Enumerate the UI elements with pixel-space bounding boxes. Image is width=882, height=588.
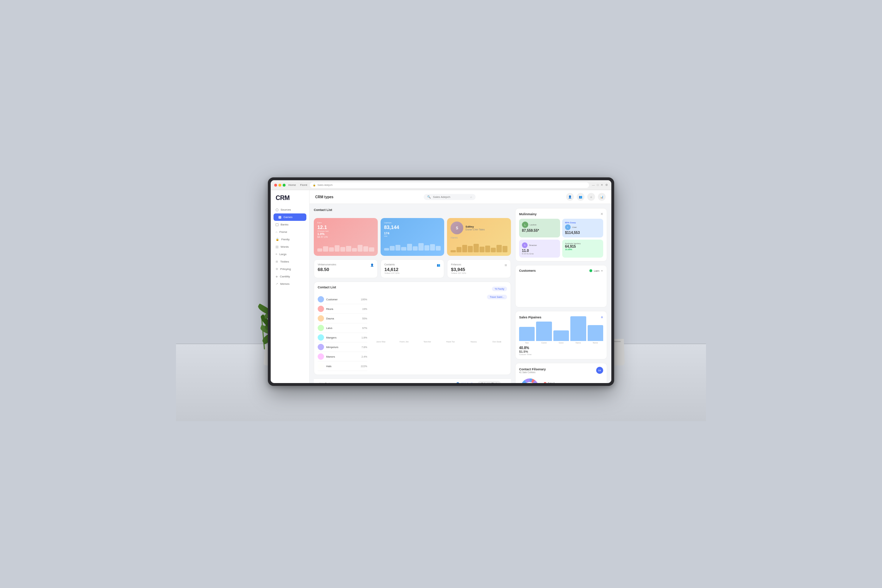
- address-bar-text: Sales Adepch: [317, 184, 333, 186]
- stat-earn-subvalue: 1.0%: [317, 232, 374, 236]
- lbar-10: [436, 246, 441, 251]
- multimainy-widget: Mulinmainy ✕ L Lactive: [515, 208, 607, 261]
- sidebar-item-memes[interactable]: ↗ Memes: [271, 280, 309, 288]
- lactive-label: Lactive: [530, 224, 536, 226]
- browser-controls: — □ ✕ ⚙: [592, 183, 608, 187]
- cantility-icon: ◈: [276, 275, 278, 278]
- contact-row-pct: 97%: [357, 327, 367, 329]
- customers-filter[interactable]: Laen ▼: [590, 269, 603, 272]
- lbar-2: [390, 246, 395, 251]
- sidebar-item-sources[interactable]: Sources: [271, 206, 309, 213]
- contact-person-name: Sdlley: [465, 225, 484, 228]
- list-item: Dauna 55%: [318, 314, 367, 323]
- vintam-icon: 👤: [370, 264, 374, 267]
- tab-fiomt[interactable]: Fiomt: [300, 183, 307, 187]
- lactive-value: 87,559.55*: [522, 229, 557, 232]
- list-item: Customer 195%: [318, 295, 367, 304]
- firfances-sub: Yollest 137.32%: [451, 272, 507, 274]
- contact-list-title: Contact List: [318, 285, 336, 289]
- sidebar-item-words[interactable]: Words: [271, 243, 309, 250]
- sidebar-item-fisme[interactable]: ⌂ Fisme: [271, 228, 309, 236]
- summary-avolucts: Avolucts Irectory 64,915 15.98%: [562, 240, 603, 258]
- search-input[interactable]: [433, 195, 468, 199]
- browser-tabs: Home Fiomt: [288, 183, 307, 187]
- contact-summary-titles: Contact Filsenary 41 Sale Cohlors: [519, 368, 546, 374]
- donut-legend: Type A Type B Type C: [544, 382, 555, 383]
- bottom-chevron-icon: ▼: [503, 382, 506, 383]
- obar-9: [496, 245, 501, 252]
- metric-containts: Containts 👥 14,612 Yollest 137.32%: [381, 260, 444, 278]
- chart-filter-button[interactable]: Trave Sainl...: [487, 295, 507, 299]
- home-icon-btn[interactable]: ⌂: [587, 193, 595, 201]
- lbar-3: [395, 245, 400, 251]
- sidebar-item-cantility[interactable]: ◈ Cantility: [271, 273, 309, 280]
- close-icon[interactable]: ✕: [601, 183, 603, 187]
- users-icon-btn[interactable]: 👥: [577, 193, 585, 201]
- sidebar-item-banks[interactable]: Banks: [271, 221, 309, 228]
- chart-icon-btn[interactable]: 📊: [598, 193, 606, 201]
- sidebar-item-fiently[interactable]: 🔒 Fiently: [271, 236, 309, 243]
- contact-row-pct: 7.8%: [357, 346, 367, 348]
- close-dot[interactable]: [274, 184, 277, 187]
- contact-row-avatar: [318, 306, 324, 312]
- obar-8: [491, 248, 496, 253]
- pipeline-bar-label: Game: [542, 342, 547, 344]
- contact-row-pct: 195%: [357, 298, 367, 301]
- action-button[interactable]: Colect to Plork: [478, 381, 501, 383]
- summary-grid: L Lactive 87,559.55* 65% Crany L: [519, 219, 603, 258]
- pipelines-stats: 40.8% $1.5% Coicom Time: [519, 346, 531, 356]
- pipelines-header: Sales Pipaines +: [519, 315, 603, 320]
- link-text[interactable]: Lisig for Nue: [462, 382, 475, 383]
- pipelines-title: Sales Pipaines: [519, 315, 542, 319]
- pipeline-bar-wrap: Nee: [519, 327, 535, 344]
- pipeline-bar-wrap: Game: [536, 322, 552, 344]
- browser-address[interactable]: 🔒 Sales Adepch: [310, 182, 589, 188]
- metric-vintam: Vintamursenutes 👤 68.50: [314, 260, 378, 278]
- containts-icon: 👥: [437, 264, 440, 267]
- legend-dot-1: [544, 382, 546, 383]
- stracton-label: Stracton: [529, 244, 537, 246]
- avolucts-value: 64,915: [565, 244, 600, 248]
- obar-1: [450, 250, 456, 252]
- list-item: Hals 222%: [318, 362, 367, 371]
- settings-icon[interactable]: ⚙: [605, 183, 608, 187]
- pipeline-bar-wrap: Gane: [554, 330, 569, 344]
- sidebar-item-largs[interactable]: ≡ Largs: [271, 250, 309, 258]
- fisme-icon: ⌂: [276, 230, 278, 234]
- stat-card-earn: Earn 12.1 Change last 1.0% $4.57.1%: [314, 218, 378, 256]
- sidebar-item-tivbles[interactable]: ⊞ Tivbles: [271, 258, 309, 266]
- browser-bar: Home Fiomt 🔒 Sales Adepch — □ ✕ ⚙: [271, 180, 611, 190]
- pipelines-summary: 40.8% $1.5% Coicom Time: [519, 346, 603, 356]
- multimainy-close-btn[interactable]: ✕: [600, 212, 603, 216]
- filter-button[interactable]: % Facity: [492, 286, 507, 291]
- bar-8: [358, 245, 363, 252]
- containts-value: 14,612: [384, 267, 441, 272]
- search-bar[interactable]: 🔍 ⌕: [424, 194, 476, 200]
- legend-item-1: Type A: [544, 382, 555, 383]
- lloer-badge: 65% Crany: [565, 222, 600, 224]
- contact-person-sub: Duran Crier Tales: [465, 228, 484, 231]
- games-icon: [279, 216, 281, 219]
- pipelines-add-btn[interactable]: +: [601, 315, 603, 320]
- fiently-icon: 🔒: [276, 238, 279, 241]
- stat-card-contact: S Sdlley Duran Crier Tales Hamis: [447, 218, 511, 256]
- avolucts-sub: 15.98%: [565, 248, 600, 250]
- list-item: Mangers 1.8%: [318, 333, 367, 342]
- list-item: Manors 2.4%: [318, 352, 367, 362]
- list-item: Rkura 19%: [318, 304, 367, 314]
- user-icon-btn[interactable]: 👤: [566, 193, 574, 201]
- minimize-dot[interactable]: [279, 184, 281, 187]
- tab-home[interactable]: Home: [288, 183, 296, 187]
- list-item: Mimpeiurs 7.8%: [318, 342, 367, 352]
- contact-row-pct: 55%: [357, 317, 367, 320]
- list-item: Laivs 97%: [318, 323, 367, 333]
- restore-icon[interactable]: □: [597, 183, 598, 187]
- maximize-dot[interactable]: [283, 184, 285, 187]
- pipeline-bar-wrap: Neme: [588, 325, 603, 344]
- minimize-icon[interactable]: —: [592, 183, 595, 187]
- sidebar-item-games[interactable]: Games: [273, 213, 306, 221]
- customers-filter-chevron: ▼: [601, 270, 603, 272]
- sidebar-item-prilvying[interactable]: ⚙ Prilvying: [271, 266, 309, 273]
- stat-laptops-label: Laptops: [384, 222, 441, 224]
- prilvying-icon: ⚙: [276, 267, 278, 271]
